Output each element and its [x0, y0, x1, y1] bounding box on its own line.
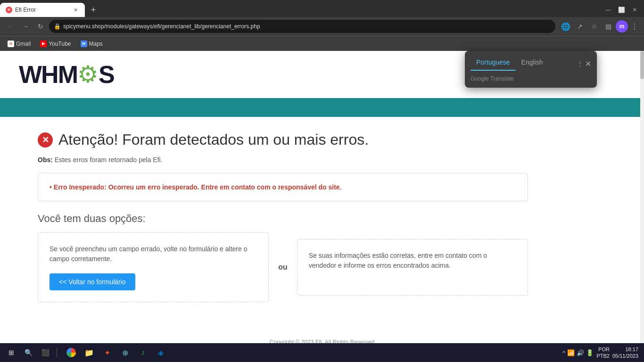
back-button[interactable]: ←: [4, 20, 17, 33]
task-view-button[interactable]: ⬛: [38, 345, 53, 357]
address-display[interactable]: spicymenu.shop/modules/gateways/efi/gere…: [49, 20, 555, 33]
taskbar: ⊞ 🔍 ⬛ 📁 ✦ ⊕ ♪ ◈ ^ 📶 🔊 🔋 POR PTB2 18:17 0…: [0, 343, 644, 357]
bookmark-maps[interactable]: M Maps: [77, 40, 107, 48]
obs-value: Estes erros foram retornado pela Efi.: [55, 156, 163, 164]
error-title-row: ✕ Atenção! Foram detectados um ou mais e…: [38, 131, 528, 148]
window-close-button[interactable]: ✕: [629, 4, 640, 16]
logo-gear-icon: ⚙: [77, 63, 99, 86]
bookmark-icon[interactable]: ☆: [587, 20, 601, 33]
search-button[interactable]: 🔍: [21, 345, 36, 357]
option-1-text: Se você preencheu um campo errado, volte…: [50, 244, 257, 264]
tab-title: Efi Error: [15, 7, 69, 13]
clock-time: 18:17: [612, 346, 638, 353]
taskbar-app-slack[interactable]: ⊕: [116, 344, 133, 357]
taskbar-right: ^ 📶 🔊 🔋 POR PTB2 18:17 05/11/2023: [562, 346, 640, 357]
chrome-icon: [66, 348, 76, 357]
taskbar-app-vscode[interactable]: ◈: [152, 344, 169, 357]
translate-tabs: Portuguese English ⋮ ✕: [471, 57, 591, 71]
profile-button[interactable]: m: [616, 20, 628, 33]
reload-button[interactable]: ↻: [34, 20, 47, 33]
error-details-box: Erro Inesperado: Ocorreu um erro inesper…: [38, 173, 528, 201]
bookmark-youtube-label: YouTube: [49, 41, 71, 47]
volume-icon[interactable]: 🔊: [577, 349, 584, 356]
teal-navigation-bar: [0, 98, 644, 117]
clock-display[interactable]: 18:17 05/11/2023: [612, 346, 638, 357]
battery-icon[interactable]: 🔋: [586, 349, 594, 356]
tab-bar: ✕ Efi Error ✕ + — ⬜ ✕: [0, 0, 644, 17]
youtube-favicon: ▶: [40, 41, 47, 47]
obs-paragraph: Obs: Estes erros foram retornado pela Ef…: [38, 156, 528, 164]
translate-more-button[interactable]: ⋮: [577, 60, 583, 67]
logo-text-cs: S: [99, 60, 114, 89]
taskbar-apps: 📁 ✦ ⊕ ♪ ◈: [61, 344, 561, 357]
taskbar-separator: [57, 348, 57, 357]
tray-chevron-icon[interactable]: ^: [562, 349, 565, 356]
bookmark-youtube[interactable]: ▶ YouTube: [36, 40, 74, 48]
toolbar-icons: 🌐 ↗ ☆ ▤ m ⋮: [559, 20, 640, 33]
new-tab-button[interactable]: +: [87, 3, 100, 16]
maps-favicon: M: [81, 41, 87, 47]
forward-button[interactable]: →: [19, 20, 32, 33]
page-content: WHM ⚙ S ✕ Atenção! Foram detectados um o…: [0, 51, 644, 357]
ou-divider: ou: [278, 263, 288, 272]
network-icon[interactable]: 📶: [567, 349, 575, 356]
scrollbar-thumb[interactable]: [640, 51, 644, 79]
options-container: Se você preencheu um campo errado, volte…: [38, 232, 528, 302]
lang-secondary: PTB2: [596, 353, 610, 357]
error-section: ✕ Atenção! Foram detectados um ou mais e…: [0, 117, 566, 316]
address-wrapper: 🔒 spicymenu.shop/modules/gateways/efi/ge…: [49, 20, 555, 33]
translate-icon[interactable]: 🌐: [559, 20, 572, 33]
bookmark-maps-label: Maps: [89, 41, 103, 47]
active-tab[interactable]: ✕ Efi Error ✕: [0, 3, 85, 17]
translate-footer: Google Translate: [471, 75, 591, 82]
menu-button[interactable]: ⋮: [629, 20, 640, 33]
option-card-1: Se você preencheu um campo errado, volte…: [38, 232, 269, 302]
tab-portuguese[interactable]: Portuguese: [471, 57, 516, 71]
taskbar-app-spotify[interactable]: ♪: [134, 344, 151, 357]
tab-english[interactable]: English: [516, 57, 549, 71]
lang-primary: POR: [596, 346, 610, 353]
sidebar-toggle-button[interactable]: ▤: [602, 20, 615, 33]
browser-chrome: ✕ Efi Error ✕ + — ⬜ ✕ ← → ↻ 🔒 spicymenu.…: [0, 0, 644, 51]
logo-text-wh: WHM: [19, 60, 77, 89]
gmail-favicon: G: [8, 41, 14, 47]
bookmark-gmail[interactable]: G Gmail: [4, 40, 34, 48]
bookmark-gmail-label: Gmail: [16, 41, 31, 47]
error-list-item: Erro Inesperado: Ocorreu um erro inesper…: [50, 183, 342, 191]
obs-label: Obs:: [38, 156, 53, 164]
translate-popup: Portuguese English ⋮ ✕ Google Translate: [465, 51, 597, 88]
share-icon[interactable]: ↗: [573, 20, 586, 33]
window-minimize-button[interactable]: —: [603, 4, 614, 16]
taskbar-app-explorer[interactable]: 📁: [81, 344, 98, 357]
tab-close-button[interactable]: ✕: [72, 6, 79, 14]
translate-close-button[interactable]: ✕: [585, 59, 591, 68]
tab-favicon: ✕: [6, 7, 12, 13]
language-display: POR PTB2: [596, 346, 610, 357]
option-2-text: Se suas informações estão corretas, entr…: [309, 251, 516, 271]
taskbar-app-figma[interactable]: ✦: [99, 344, 116, 357]
scrollbar-track[interactable]: [640, 51, 644, 357]
bookmarks-bar: G Gmail ▶ YouTube M Maps: [0, 36, 644, 51]
start-button[interactable]: ⊞: [4, 345, 19, 357]
error-heading: Atenção! Foram detectados um ou mais err…: [58, 131, 369, 148]
security-lock-icon: 🔒: [54, 23, 61, 30]
window-maximize-button[interactable]: ⬜: [616, 4, 627, 16]
options-heading: Você tem duas opções:: [38, 213, 528, 225]
error-circle-icon: ✕: [38, 132, 53, 148]
option-card-2: Se suas informações estão corretas, entr…: [297, 239, 528, 296]
system-tray-icons: ^ 📶 🔊 🔋: [562, 349, 594, 356]
address-bar: ← → ↻ 🔒 spicymenu.shop/modules/gateways/…: [0, 17, 644, 36]
taskbar-app-chrome[interactable]: [63, 344, 80, 357]
back-to-form-button[interactable]: << Voltar no formulário: [50, 273, 135, 290]
error-x-icon: ✕: [42, 135, 49, 145]
window-controls: — ⬜ ✕: [603, 4, 644, 16]
clock-date: 05/11/2023: [612, 353, 638, 357]
